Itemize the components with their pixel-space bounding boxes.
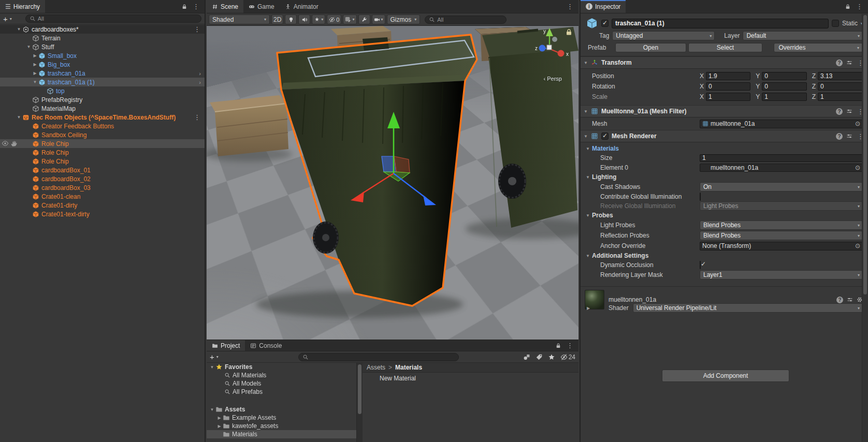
- foldout-open-icon[interactable]: ▼: [25, 45, 32, 49]
- foldout-closed-icon[interactable]: ▶: [216, 424, 223, 429]
- prefab-arrow-icon[interactable]: ›: [199, 70, 201, 77]
- kebab-menu-icon[interactable]: ⋮: [193, 113, 201, 121]
- foldout-open-icon[interactable]: ▼: [16, 27, 22, 32]
- view-axis-x[interactable]: [558, 50, 565, 57]
- mesh-filter-header[interactable]: ▼ Muelltonne_01a (Mesh Filter) ? ⋮: [581, 105, 868, 117]
- project-tree-scrollbar[interactable]: [356, 363, 363, 442]
- scene-camera-dropdown[interactable]: ▾: [372, 14, 385, 24]
- rotation-y-field[interactable]: 0: [762, 82, 806, 91]
- tab-animator[interactable]: Animator: [280, 0, 324, 13]
- gameobject-cube-icon[interactable]: [586, 17, 598, 30]
- cast-shadows-dropdown[interactable]: On▾: [700, 182, 863, 191]
- anchor-override-field[interactable]: None (Transform) ⊙: [700, 242, 863, 251]
- presets-icon[interactable]: [846, 108, 852, 114]
- hierarchy-row-rec-room-objects[interactable]: ▼ Rec Room Objects (^SpaceTime.BoxesAndS…: [0, 113, 205, 122]
- kebab-menu-icon[interactable]: ⋮: [855, 3, 864, 10]
- scene-visibility-button[interactable]: 0: [327, 14, 341, 24]
- create-dropdown-caret[interactable]: ▾: [216, 355, 219, 359]
- kebab-menu-icon[interactable]: ⋮: [566, 342, 574, 349]
- search-by-type-icon[interactable]: [523, 353, 530, 361]
- prefab-overrides-dropdown[interactable]: Overrides ▾: [774, 43, 863, 52]
- hierarchy-row-terrain[interactable]: Terrain: [0, 34, 205, 42]
- foldout-open-icon[interactable]: ▼: [584, 109, 588, 114]
- hierarchy-row-big-box[interactable]: ▶ Big_box: [0, 60, 205, 69]
- presets-icon[interactable]: [846, 133, 852, 139]
- rotation-z-field[interactable]: 0: [818, 82, 863, 91]
- scene-search-input[interactable]: All: [425, 16, 507, 24]
- inspector-scrollbar[interactable]: [862, 14, 868, 442]
- hierarchy-row-role-chip-2[interactable]: Role Chip: [0, 148, 205, 157]
- rotation-x-field[interactable]: 0: [706, 82, 750, 91]
- pickability-hand-icon[interactable]: [10, 140, 18, 147]
- hierarchy-row-small-box[interactable]: ▶ Small_box: [0, 51, 205, 60]
- hierarchy-row-materialmap[interactable]: MaterialMap: [0, 104, 205, 113]
- static-checkbox[interactable]: [832, 20, 839, 27]
- rendering-layer-mask-dropdown[interactable]: Layer1▾: [700, 270, 863, 279]
- tab-console[interactable]: Console: [245, 340, 287, 351]
- kebab-menu-icon[interactable]: ⋮: [193, 25, 201, 33]
- tab-inspector[interactable]: i Inspector: [581, 0, 626, 13]
- view-axis-z[interactable]: [539, 45, 546, 52]
- scale-x-field[interactable]: 1: [706, 93, 750, 101]
- hierarchy-row-stuff[interactable]: ▼ Stuff: [0, 42, 205, 51]
- layer-dropdown[interactable]: Default▾: [743, 31, 863, 40]
- mesh-renderer-enabled-checkbox[interactable]: [601, 132, 609, 140]
- tab-hierarchy[interactable]: ☰ Hierarchy: [0, 0, 45, 13]
- favorites-all-materials[interactable]: All Materials: [207, 371, 356, 379]
- presets-icon[interactable]: [847, 297, 853, 303]
- scene-lighting-button[interactable]: [285, 14, 297, 24]
- hierarchy-row-cardboardbox-01[interactable]: cardboardBox_01: [0, 166, 205, 174]
- hierarchy-row-role-chip-1[interactable]: Role Chip: [0, 139, 205, 148]
- breadcrumb-current[interactable]: Materials: [395, 364, 422, 371]
- favorites-all-prefabs[interactable]: All Prefabs: [207, 388, 356, 396]
- visibility-eye-icon[interactable]: [2, 140, 9, 147]
- folder-kawetofe-assets[interactable]: ▶ kawetofe_assets: [207, 422, 356, 430]
- hierarchy-row-sandbox-ceiling[interactable]: Sandbox Ceiling: [0, 130, 205, 139]
- materials-size-field[interactable]: 1: [700, 154, 863, 162]
- hierarchy-row-crate01-clean[interactable]: Crate01-clean: [0, 192, 205, 201]
- hierarchy-row-cardboardbox-02[interactable]: cardboardBox_02: [0, 174, 205, 183]
- contribute-gi-checkbox[interactable]: [700, 193, 701, 201]
- mesh-renderer-header[interactable]: ▼ Mesh Renderer ? ⋮: [581, 130, 868, 142]
- foldout-open-icon[interactable]: ▼: [32, 80, 38, 84]
- scale-y-field[interactable]: 1: [762, 93, 806, 101]
- scale-z-field[interactable]: 1: [818, 93, 863, 101]
- create-asset-button[interactable]: +: [210, 353, 214, 361]
- foldout-open-icon[interactable]: ▼: [584, 61, 588, 65]
- prefab-select-button[interactable]: Select: [688, 43, 763, 52]
- lock-icon[interactable]: [845, 4, 851, 10]
- view-gizmo-center-cube[interactable]: [547, 45, 552, 50]
- hierarchy-row-cardboardbox-03[interactable]: cardboardBox_03: [0, 183, 205, 192]
- foldout-closed-icon[interactable]: ▶: [216, 416, 223, 420]
- foldout-closed-icon[interactable]: ▶: [32, 71, 38, 76]
- hierarchy-row-crate01-dirty[interactable]: Crate01-dirty: [0, 201, 205, 210]
- hierarchy-row-trashcan-01a-1[interactable]: ▼ trashcan_01a (1) ›: [0, 78, 205, 86]
- active-checkbox[interactable]: [601, 20, 609, 27]
- dynamic-occlusion-checkbox[interactable]: [700, 261, 701, 269]
- prefab-open-button[interactable]: Open: [615, 43, 686, 52]
- hierarchy-row-top[interactable]: top: [0, 86, 205, 95]
- presets-icon[interactable]: [846, 60, 852, 66]
- foldout-open-icon[interactable]: ▼: [209, 365, 215, 370]
- transform-header[interactable]: ▼ Transform ? ⋮: [581, 56, 868, 69]
- scene-header-row[interactable]: ▼ cardboardboxes* ⋮: [0, 25, 205, 34]
- gizmos-dropdown[interactable]: Gizmos ▾: [387, 14, 421, 24]
- perspective-label[interactable]: ‹ Persp: [544, 76, 562, 82]
- cardboard-box-left[interactable]: [210, 95, 288, 156]
- lock-icon[interactable]: [555, 343, 561, 349]
- prefab-arrow-icon[interactable]: ›: [199, 79, 201, 85]
- draw-mode-dropdown[interactable]: Shaded ▾: [209, 14, 270, 24]
- add-component-button[interactable]: Add Component: [662, 370, 789, 382]
- help-icon[interactable]: ?: [836, 60, 843, 66]
- element0-object-field[interactable]: muelltonnen_01a ⊙: [700, 164, 863, 172]
- mesh-object-field[interactable]: muelltonne_01a ⊙: [700, 120, 863, 128]
- tab-scene[interactable]: Scene: [207, 0, 243, 13]
- scene-effects-dropdown[interactable]: ▾: [312, 14, 325, 24]
- assets-folder[interactable]: ▼ Assets: [207, 405, 356, 414]
- light-probes-dropdown[interactable]: Blend Probes▾: [700, 220, 863, 230]
- create-button[interactable]: +: [3, 15, 8, 23]
- position-y-field[interactable]: 0: [762, 72, 806, 80]
- search-by-label-icon[interactable]: [536, 353, 543, 361]
- foldout-closed-icon[interactable]: ▶: [587, 306, 590, 311]
- hierarchy-row-role-chip-3[interactable]: Role Chip: [0, 157, 205, 166]
